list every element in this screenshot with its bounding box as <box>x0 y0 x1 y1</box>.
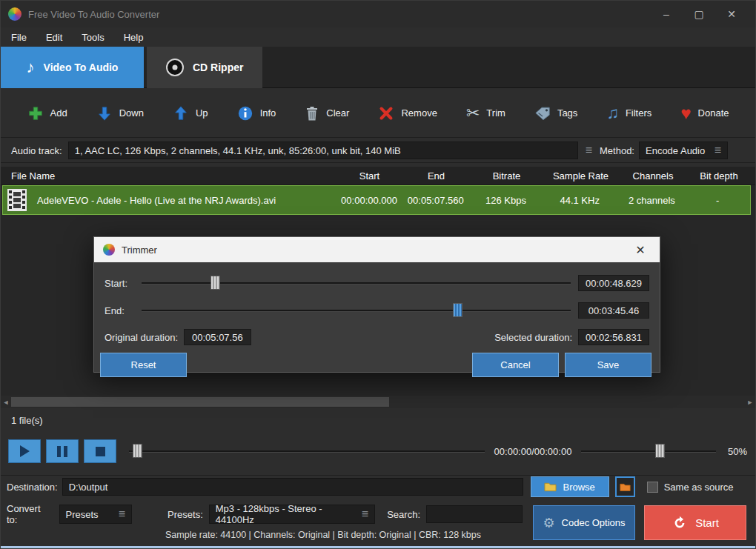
search-input[interactable] <box>426 505 523 523</box>
file-start: 00:00:00.000 <box>338 195 401 206</box>
category-menu-icon: ≡ <box>119 508 125 521</box>
format-category-select[interactable]: Presets ≡ <box>59 505 133 524</box>
header-channels[interactable]: Channels <box>620 170 686 182</box>
open-output-folder-button[interactable] <box>615 476 635 497</box>
save-button[interactable]: Save <box>565 353 651 377</box>
scroll-left-icon[interactable]: ◄ <box>1 396 11 408</box>
menu-tools[interactable]: Tools <box>82 32 104 43</box>
audio-track-row: Audio track: 1, AAC LC, 126 Kbps, 2 chan… <box>1 139 755 163</box>
trimmer-close-button[interactable]: ✕ <box>630 243 651 257</box>
menu-edit[interactable]: Edit <box>46 32 62 43</box>
file-count: 1 file(s) <box>11 415 43 426</box>
tags-button[interactable]: Tags <box>534 106 577 120</box>
scrollbar-thumb[interactable] <box>11 397 389 407</box>
trim-start-value[interactable]: 00:00:48.629 <box>578 275 649 291</box>
audio-track-label: Audio track: <box>11 145 62 156</box>
header-sample-rate[interactable]: Sample Rate <box>542 170 620 182</box>
method-select[interactable]: Encode Audio ≡ <box>639 142 728 159</box>
folder-icon <box>544 482 557 492</box>
convert-to-label: Convert to: <box>7 503 53 525</box>
minimize-button[interactable]: – <box>650 3 683 25</box>
file-channels: 2 channels <box>619 195 686 206</box>
pause-button[interactable] <box>46 439 79 463</box>
cancel-button[interactable]: Cancel <box>472 353 559 377</box>
file-name: AdeleVEVO - Adele - Hello (Live at the N… <box>37 195 276 206</box>
trimmer-title: Trimmer <box>122 244 157 256</box>
trim-start-track[interactable] <box>142 282 571 285</box>
start-button[interactable]: Start <box>644 505 746 540</box>
gear-icon: ⚙ <box>543 515 554 531</box>
scroll-right-icon[interactable]: ► <box>745 396 755 408</box>
same-as-source-checkbox[interactable] <box>647 482 658 493</box>
cd-disc-icon <box>166 59 184 76</box>
destination-input[interactable] <box>62 478 523 496</box>
close-button[interactable]: ✕ <box>715 3 748 25</box>
info-icon <box>237 105 253 122</box>
method-label: Method: <box>600 145 634 156</box>
playback-progress-slider[interactable] <box>129 444 485 459</box>
maximize-button[interactable]: ▢ <box>683 3 715 25</box>
volume-handle[interactable] <box>655 444 665 458</box>
add-button[interactable]: Add <box>27 105 67 122</box>
trim-end-slider[interactable] <box>142 303 571 318</box>
trim-end-value[interactable]: 00:03:45.46 <box>578 302 649 319</box>
category-value: Presets <box>66 509 99 520</box>
donate-button[interactable]: ♥ Donate <box>680 104 729 122</box>
header-bitrate[interactable]: Bitrate <box>471 170 542 182</box>
table-row[interactable]: AdeleVEVO - Adele - Hello (Live at the N… <box>2 185 751 215</box>
browse-button[interactable]: Browse <box>531 476 609 497</box>
add-label: Add <box>50 107 67 119</box>
stop-icon <box>96 447 105 456</box>
stop-button[interactable] <box>84 439 116 463</box>
move-up-button[interactable]: Up <box>173 105 208 122</box>
tab-cd-ripper[interactable]: CD Ripper <box>147 47 262 88</box>
clear-button[interactable]: Clear <box>305 105 349 122</box>
music-notes-icon: ♫ <box>606 105 619 122</box>
codec-options-label: Codec Options <box>562 517 626 528</box>
plus-icon <box>27 105 44 122</box>
trim-start-slider[interactable] <box>142 276 571 290</box>
method-value: Encode Audio <box>646 145 705 156</box>
title-bar: Free Video To Audio Converter – ▢ ✕ <box>1 1 755 27</box>
filters-button[interactable]: ♫ Filters <box>606 105 651 122</box>
trim-end-handle[interactable] <box>453 303 462 317</box>
move-down-button[interactable]: Down <box>96 105 144 122</box>
original-duration-value: 00:05:07.56 <box>184 329 251 345</box>
app-icon <box>8 7 21 21</box>
horizontal-scrollbar[interactable]: ◄ ► <box>1 396 755 408</box>
audio-track-value[interactable]: 1, AAC LC, 126 Kbps, 2 channels, 44.1 KH… <box>68 142 578 159</box>
tags-label: Tags <box>557 107 577 119</box>
trim-label: Trim <box>486 107 505 119</box>
volume-slider[interactable] <box>581 444 716 459</box>
trimmer-body: Start: 00:00:48.629 End: 00:03:45.46 Ori… <box>94 262 660 373</box>
volume-track[interactable] <box>581 450 716 453</box>
reset-button[interactable]: Reset <box>100 353 187 377</box>
clear-label: Clear <box>326 107 349 119</box>
trim-start-handle[interactable] <box>210 276 220 290</box>
info-button[interactable]: Info <box>237 105 276 122</box>
header-file-name[interactable]: File Name <box>1 170 338 182</box>
donate-label: Donate <box>698 107 729 119</box>
selected-duration: Selected duration: 00:02:56.831 <box>494 329 649 345</box>
menu-file[interactable]: File <box>11 32 27 43</box>
progress-handle[interactable] <box>133 444 142 458</box>
header-bit-depth[interactable]: Bit depth <box>686 170 752 182</box>
play-button[interactable] <box>8 439 41 463</box>
remove-button[interactable]: Remove <box>378 105 437 122</box>
preset-select[interactable]: Mp3 - 128kbps - Stereo - 44100Hz ≡ <box>209 505 375 524</box>
trash-icon <box>305 105 319 122</box>
arrow-up-icon <box>173 105 189 122</box>
trim-end-track[interactable] <box>142 310 571 312</box>
header-start[interactable]: Start <box>338 170 401 182</box>
header-end[interactable]: End <box>401 170 471 182</box>
trimmer-dialog: Trimmer ✕ Start: 00:00:48.629 End: 00:03… <box>93 236 660 373</box>
destination-label: Destination: <box>7 482 58 493</box>
tab-video-to-audio[interactable]: ♪ Video To Audio <box>1 47 144 88</box>
audio-track-menu-icon[interactable]: ≡ <box>586 144 592 157</box>
trimmer-title-bar[interactable]: Trimmer ✕ <box>94 237 660 262</box>
pause-icon <box>57 446 67 457</box>
trim-button[interactable]: ✂ Trim <box>466 105 505 122</box>
menu-help[interactable]: Help <box>124 32 144 43</box>
tab-strip: ♪ Video To Audio CD Ripper <box>1 47 755 88</box>
progress-track[interactable] <box>129 450 485 453</box>
